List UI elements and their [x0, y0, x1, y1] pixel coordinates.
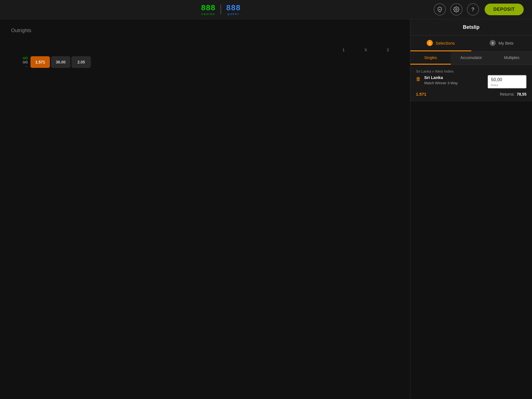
tab-selections[interactable]: 1 Selections: [410, 35, 471, 51]
betslip-tabs: 1 Selections 0 My Bets: [410, 35, 532, 52]
tab-accumulator[interactable]: Accumulator: [451, 52, 491, 65]
bet-details: Sri Lanka Match Winner 3-Way: [424, 75, 484, 85]
match-scores: 4/0 0/0 →: [11, 56, 28, 68]
deposit-button[interactable]: DEPOSIT: [485, 4, 524, 15]
tab-singles[interactable]: Singles: [410, 52, 451, 65]
match-table-header: 1 X 2: [0, 47, 410, 52]
outrights-section: Outrights: [0, 19, 410, 47]
stake-input-wrap: Stake: [488, 75, 526, 88]
bet-odds-returns: 1.571 Returns: 78,55: [416, 92, 526, 96]
logo-casino: 888 casino: [201, 3, 216, 16]
nav-icons: ?: [434, 3, 479, 16]
returns-value: 78,55: [517, 92, 526, 96]
settings-icon-btn[interactable]: [450, 3, 462, 16]
match-row: 4/0 0/0 → 1.571 36.00 2.05: [0, 54, 410, 70]
selections-tab-label: Selections: [436, 41, 455, 45]
question-icon: ?: [471, 7, 474, 12]
svg-point-0: [456, 9, 457, 10]
shield-icon: [437, 6, 443, 12]
col-2-header: 2: [377, 47, 399, 52]
settings-icon: [453, 6, 459, 12]
logo-poker: 888 poker: [226, 3, 241, 16]
selections-badge: 1: [427, 40, 433, 46]
col-1-header: 1: [332, 47, 355, 52]
bet-selection-name: Sri Lanka: [424, 75, 484, 80]
help-icon-btn[interactable]: ?: [467, 3, 479, 16]
shield-icon-btn[interactable]: [434, 3, 446, 16]
betslip-title: Betslip: [410, 19, 532, 35]
tab-multiples[interactable]: Multiples: [492, 52, 532, 65]
topnav: 888 casino 888 poker ? DEPOSIT: [0, 0, 532, 19]
betslip-panel: Betslip 1 Selections 0 My Bets Singles A…: [410, 19, 532, 399]
odds-btn-2[interactable]: 2.05: [71, 56, 91, 68]
bet-match-title: Sri Lanka v West Indies: [416, 69, 526, 73]
tab-my-bets[interactable]: 0 My Bets: [471, 35, 532, 51]
bet-odds-value: 1.571: [416, 92, 426, 96]
stake-input[interactable]: [488, 75, 526, 88]
bet-market: Match Winner 3-Way: [424, 81, 484, 85]
bet-card: Sri Lanka v West Indies 🗑 Sri Lanka Matc…: [410, 65, 532, 101]
my-bets-badge: 0: [490, 40, 496, 46]
score-line-1: 4/0: [23, 56, 28, 60]
logo-area: 888 casino 888 poker: [201, 3, 241, 16]
main-content: Outrights 1 X 2 4/0 0/0 → 1.571 36.00 2.…: [0, 19, 410, 399]
logo-divider: [221, 4, 221, 14]
col-x-header: X: [355, 47, 377, 52]
outrights-label: Outrights: [11, 28, 399, 34]
score-line-2: 0/0: [23, 60, 28, 64]
remove-bet-icon[interactable]: 🗑: [416, 76, 421, 82]
score-arrow: →: [24, 64, 28, 68]
odds-btn-x[interactable]: 36.00: [51, 56, 70, 68]
returns-label: Returns:: [500, 92, 515, 96]
bet-selection-row: 🗑 Sri Lanka Match Winner 3-Way Stake: [416, 75, 526, 88]
odds-btn-1[interactable]: 1.571: [30, 56, 50, 68]
bet-type-tabs: Singles Accumulator Multiples: [410, 52, 532, 65]
betslip-empty-area: [410, 101, 532, 399]
my-bets-tab-label: My Bets: [498, 41, 513, 45]
bet-returns: Returns: 78,55: [500, 92, 526, 96]
odds-buttons: 1.571 36.00 2.05: [30, 56, 91, 68]
